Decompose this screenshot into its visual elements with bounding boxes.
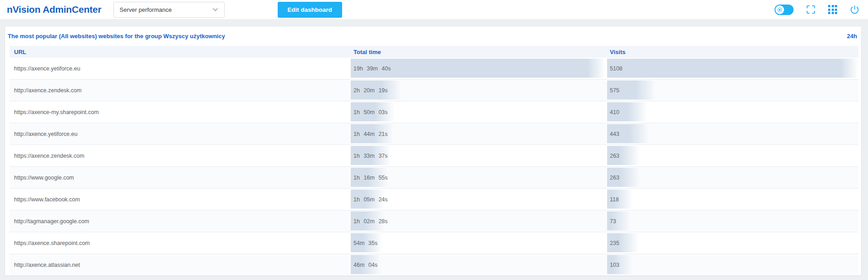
edit-dashboard-button[interactable]: Edit dashboard [278,2,342,18]
visits-bar [607,124,858,143]
visits-value: 575 [607,87,619,94]
total-time-bar [351,102,605,121]
total-time-value: 19h 39m 40s [351,65,391,72]
total-time-cell: 1h 33m 37s [351,145,605,166]
total-time-value: 1h 44m 21s [351,131,387,137]
url-cell: http://tagmanager.google.com [10,210,349,232]
total-time-cell: 54m 35s [351,232,605,254]
total-time-value: 1h 50m 03s [351,109,387,115]
url-cell: https://axence-my.sharepoint.com [10,101,349,123]
table-row[interactable]: http://axence.yetiforce.eu 1h 44m 21s 44… [10,123,858,145]
total-time-value: 1h 05m 24s [351,196,387,203]
visits-value: 263 [607,153,619,159]
widget-title[interactable]: The most popular (All websites) websites… [8,33,225,40]
url-cell: http://axence.atlassian.net [10,254,349,275]
table-row[interactable]: http://axence.atlassian.net 46m 04s 103 [10,254,858,276]
visits-value: 73 [607,218,616,225]
url-cell: https://www.google.com [10,167,349,188]
visits-bar [607,80,858,100]
table-row[interactable]: https://axence.yetiforce.eu 19h 39m 40s … [10,58,858,80]
total-time-cell: 19h 39m 40s [351,58,605,79]
visits-cell: 235 [607,232,858,254]
visits-value: 118 [607,196,619,203]
total-time-cell: 1h 16m 55s [351,167,605,188]
widget-panel: The most popular (All websites) websites… [5,26,862,276]
table-row[interactable]: https://axence-my.sharepoint.com 1h 50m … [10,101,858,123]
topbar-right-controls [775,5,860,15]
table-body: https://axence.yetiforce.eu 19h 39m 40s … [10,58,858,276]
websites-table: URL Total time Visits https://axence.yet… [5,46,861,276]
widget-header: The most popular (All websites) websites… [5,26,861,46]
total-time-bar [351,124,605,143]
table-row[interactable]: http://tagmanager.google.com 1h 02m 28s … [10,210,858,232]
visits-cell: 263 [607,167,858,188]
total-time-value: 1h 16m 55s [351,175,387,181]
visits-value: 263 [607,175,619,181]
total-time-cell: 46m 04s [351,254,605,275]
url-cell: http://axence.zendesk.com [10,80,349,101]
url-cell: https://www.facebook.com [10,189,349,210]
total-time-cell: 1h 44m 21s [351,123,605,145]
visits-value: 235 [607,240,619,246]
visits-bar [607,233,858,252]
column-header-total-time[interactable]: Total time [351,49,605,55]
chevron-down-icon [212,8,218,12]
dashboard-selector-value: Server performance [120,6,172,13]
apps-grid-icon[interactable] [828,5,837,14]
total-time-bar [351,190,605,209]
table-row[interactable]: https://www.facebook.com 1h 05m 24s 118 [10,189,858,210]
url-cell: http://axence.yetiforce.eu [10,123,349,145]
visits-cell: 575 [607,80,858,101]
visits-bar [607,255,858,274]
power-icon[interactable] [849,5,860,15]
total-time-cell: 1h 05m 24s [351,189,605,210]
visits-bar [607,146,858,165]
table-row[interactable]: http://axence.zendesk.com 2h 20m 19s 575 [10,80,858,101]
total-time-value: 54m 35s [351,240,378,246]
table-header-row: URL Total time Visits [10,46,858,58]
total-time-value: 1h 33m 37s [351,153,387,159]
total-time-cell: 1h 50m 03s [351,101,605,123]
fullscreen-icon[interactable] [806,5,816,15]
visits-cell: 410 [607,101,858,123]
dashboard-selector[interactable]: Server performance [113,2,225,18]
table-row[interactable]: https://axence.zendesk.com 1h 33m 37s 26… [10,145,858,167]
auto-refresh-toggle[interactable] [775,5,794,15]
visits-bar [607,168,858,187]
total-time-value: 2h 20m 19s [351,87,387,94]
total-time-bar [351,211,605,230]
table-row[interactable]: https://axence.sharepoint.com 54m 35s 23… [10,232,858,254]
top-header-bar: nVision AdminCenter Server performance E… [0,0,868,19]
sun-icon [777,7,783,13]
table-row[interactable]: https://www.google.com 1h 16m 55s 263 [10,167,858,189]
total-time-bar [351,80,605,100]
visits-bar [607,59,858,78]
visits-cell: 443 [607,123,858,145]
app-logo: nVision AdminCenter [7,4,102,15]
total-time-value: 1h 02m 28s [351,218,387,225]
time-range-badge[interactable]: 24h [847,33,857,40]
visits-cell: 73 [607,210,858,232]
url-cell: https://axence.zendesk.com [10,145,349,166]
total-time-bar [351,233,605,252]
visits-cell: 103 [607,254,858,275]
visits-value: 103 [607,262,619,268]
total-time-cell: 2h 20m 19s [351,80,605,101]
total-time-bar [351,168,605,187]
column-header-visits[interactable]: Visits [607,49,858,55]
visits-value: 443 [607,131,619,137]
total-time-value: 46m 04s [351,262,378,268]
visits-value: 410 [607,109,619,115]
toggle-knob [775,5,784,14]
url-cell: https://axence.sharepoint.com [10,232,349,254]
visits-value: 5108 [607,65,623,72]
column-header-url[interactable]: URL [10,49,349,55]
visits-cell: 118 [607,189,858,210]
visits-bar [607,211,858,230]
visits-bar [607,190,858,209]
visits-cell: 263 [607,145,858,166]
visits-cell: 5108 [607,58,858,79]
total-time-bar [351,146,605,165]
total-time-bar [351,255,605,274]
url-cell: https://axence.yetiforce.eu [10,58,349,79]
